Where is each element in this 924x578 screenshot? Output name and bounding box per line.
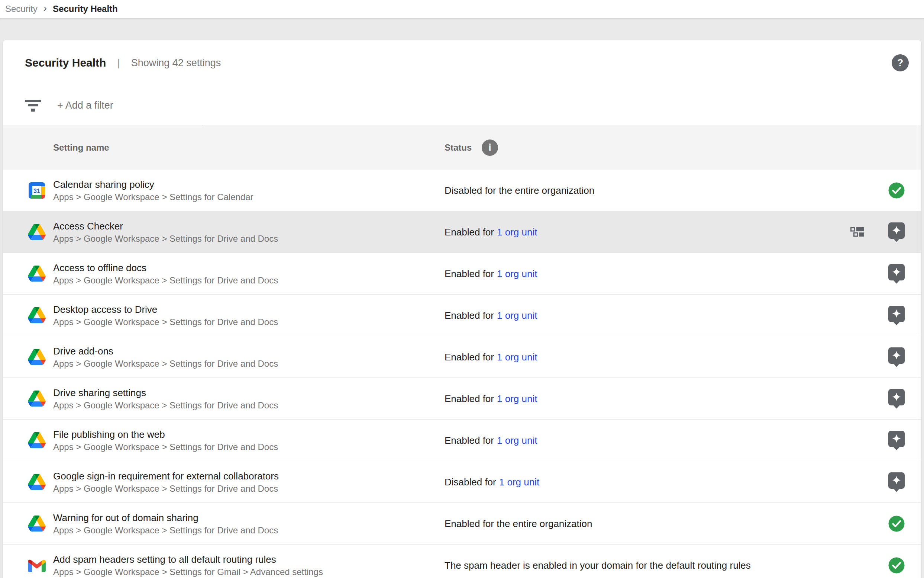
status-org-unit-link[interactable]: 1 org unit — [497, 434, 537, 446]
setting-row[interactable]: Access to offline docs Apps > Google Wor… — [3, 253, 921, 295]
column-status: Status — [445, 143, 472, 153]
setting-row[interactable]: Drive add-ons Apps > Google Workspace > … — [3, 336, 921, 378]
status-text: Enabled for — [445, 434, 494, 446]
status-text: Disabled for the entire organization — [445, 185, 594, 196]
breadcrumb-parent-link[interactable]: Security — [5, 4, 37, 14]
setting-status: The spam header is enabled in your domai… — [445, 559, 751, 571]
drive-app-icon — [28, 266, 46, 282]
status-info-icon[interactable]: i — [482, 140, 498, 156]
status-text: Enabled for the entire organization — [445, 518, 592, 529]
setting-row[interactable]: 31 Calendar sharing policy Apps > Google… — [3, 170, 921, 211]
row-trailing-icons — [888, 182, 905, 199]
setting-name: Google sign-in requirement for external … — [53, 469, 279, 482]
status-ok-check-icon — [888, 557, 905, 574]
row-trailing-icons — [850, 222, 905, 242]
org-units-icon — [850, 227, 867, 237]
row-text: Access Checker Apps > Google Workspace >… — [53, 219, 278, 244]
setting-status: Enabled for the entire organization — [445, 518, 592, 529]
status-org-unit-link[interactable]: 1 org unit — [497, 351, 537, 362]
table-header: Setting name Status i — [3, 125, 921, 170]
setting-row[interactable]: Drive sharing settings Apps > Google Wor… — [3, 378, 921, 420]
column-setting-name: Setting name — [53, 143, 109, 153]
row-text: Calendar sharing policy Apps > Google Wo… — [53, 178, 254, 203]
row-trailing-icons — [888, 515, 905, 532]
status-text: Enabled for — [445, 226, 494, 237]
drive-app-icon — [28, 391, 46, 406]
help-icon[interactable]: ? — [892, 54, 909, 71]
setting-row[interactable]: Warning for out of domain sharing Apps >… — [3, 503, 921, 544]
setting-row[interactable]: Desktop access to Drive Apps > Google Wo… — [3, 295, 921, 336]
drive-app-icon — [28, 432, 46, 448]
recommendation-flag-icon[interactable] — [888, 305, 905, 325]
status-org-unit-link[interactable]: 1 org unit — [497, 226, 537, 237]
status-org-unit-link[interactable]: 1 org unit — [497, 393, 537, 404]
app-icon — [28, 432, 46, 449]
app-icon — [28, 390, 46, 408]
status-org-unit-link[interactable]: 1 org unit — [497, 268, 537, 279]
row-text: File publishing on the web Apps > Google… — [53, 428, 278, 453]
calendar-app-icon: 31 — [28, 182, 46, 200]
security-health-card: Security Health | Showing 42 settings ? … — [3, 40, 921, 578]
row-trailing-icons — [888, 264, 905, 284]
recommendation-flag-icon[interactable] — [888, 347, 905, 367]
setting-name: Drive sharing settings — [53, 386, 278, 399]
status-text: The spam header is enabled in your domai… — [445, 559, 751, 571]
filter-funnel-icon[interactable] — [25, 100, 41, 112]
settings-count: Showing 42 settings — [131, 57, 221, 69]
app-icon — [28, 223, 46, 241]
recommendation-flag-icon[interactable] — [888, 430, 905, 450]
setting-name: Access Checker — [53, 219, 278, 232]
row-trailing-icons — [888, 472, 905, 492]
svg-text:31: 31 — [34, 188, 40, 194]
recommendation-flag-icon[interactable] — [888, 222, 905, 242]
status-text: Enabled for — [445, 351, 494, 362]
setting-path: Apps > Google Workspace > Settings for D… — [53, 274, 278, 286]
setting-row[interactable]: Access Checker Apps > Google Workspace >… — [3, 211, 921, 253]
setting-row[interactable]: File publishing on the web Apps > Google… — [3, 420, 921, 461]
page-background: Security Health | Showing 42 settings ? … — [0, 18, 924, 578]
row-text: Warning for out of domain sharing Apps >… — [53, 511, 278, 536]
setting-status: Enabled for1 org unit — [445, 351, 537, 363]
setting-path: Apps > Google Workspace > Settings for D… — [53, 232, 278, 244]
status-text: Disabled for — [445, 476, 496, 487]
setting-status: Enabled for1 org unit — [445, 310, 537, 321]
row-trailing-icons — [888, 305, 905, 325]
setting-status: Enabled for1 org unit — [445, 434, 537, 446]
setting-path: Apps > Google Workspace > Settings for C… — [53, 190, 254, 203]
app-icon — [28, 473, 46, 491]
setting-path: Apps > Google Workspace > Settings for D… — [53, 357, 278, 369]
app-icon — [28, 348, 46, 366]
app-icon — [28, 557, 46, 574]
settings-list: 31 Calendar sharing policy Apps > Google… — [3, 170, 921, 578]
card-header: Security Health | Showing 42 settings ? — [3, 40, 921, 86]
setting-name: Warning for out of domain sharing — [53, 511, 278, 524]
breadcrumb: Security › Security Health — [0, 0, 924, 18]
setting-name: Access to offline docs — [53, 261, 278, 274]
drive-app-icon — [28, 516, 46, 531]
app-icon — [28, 265, 46, 283]
help-glyph: ? — [897, 57, 903, 69]
status-org-unit-link[interactable]: 1 org unit — [497, 310, 537, 321]
info-glyph: i — [489, 142, 491, 153]
setting-name: Drive add-ons — [53, 344, 278, 357]
setting-row[interactable]: Google sign-in requirement for external … — [3, 461, 921, 503]
setting-row[interactable]: Add spam headers setting to all default … — [3, 544, 921, 578]
row-trailing-icons — [888, 430, 905, 450]
recommendation-flag-icon[interactable] — [888, 472, 905, 492]
recommendation-flag-icon[interactable] — [888, 264, 905, 284]
add-filter-button[interactable]: + Add a filter — [57, 100, 113, 111]
setting-status: Disabled for the entire organization — [445, 185, 594, 196]
setting-path: Apps > Google Workspace > Settings for D… — [53, 440, 278, 453]
recommendation-flag-icon[interactable] — [888, 389, 905, 409]
setting-path: Apps > Google Workspace > Settings for D… — [53, 399, 278, 411]
setting-path: Apps > Google Workspace > Settings for D… — [53, 524, 278, 536]
title-separator: | — [117, 57, 120, 69]
app-icon — [28, 307, 46, 324]
status-text: Enabled for — [445, 268, 494, 279]
status-text: Enabled for — [445, 393, 494, 404]
gmail-app-icon — [28, 559, 46, 572]
status-org-unit-link[interactable]: 1 org unit — [499, 476, 539, 487]
row-text: Drive sharing settings Apps > Google Wor… — [53, 386, 278, 411]
setting-name: Desktop access to Drive — [53, 303, 278, 315]
drive-app-icon — [28, 349, 46, 365]
